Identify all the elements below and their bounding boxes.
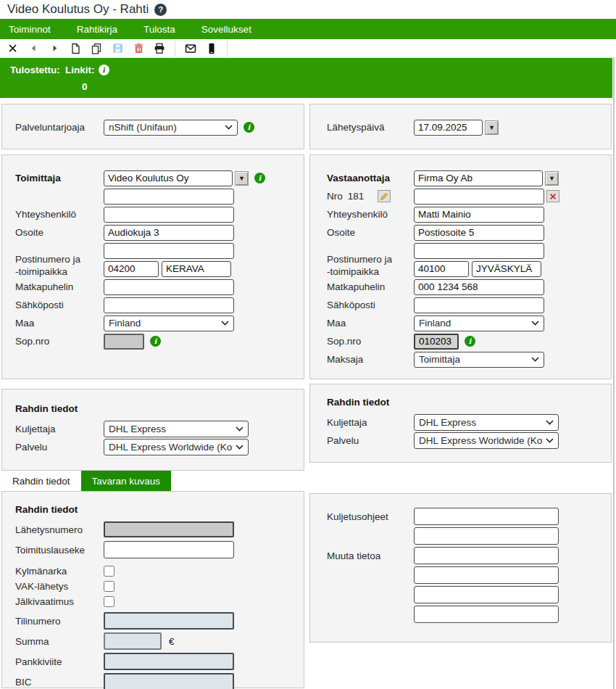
menu-toiminnot[interactable]: Toiminnot <box>9 24 51 35</box>
freight-sender-carrier-select[interactable]: DHL Express <box>104 421 249 437</box>
help-icon[interactable]: ? <box>154 4 167 16</box>
sender-contract-label: Sop.nro <box>15 336 104 347</box>
sender-zip-label: Postinumero ja -toimipaikka <box>15 242 104 278</box>
copy-button[interactable] <box>89 41 104 56</box>
freight-sender-service-label: Palvelu <box>15 442 104 453</box>
sender-city-input[interactable] <box>162 261 231 277</box>
other-info-input-1[interactable] <box>414 547 559 564</box>
sender-address-label: Osoite <box>15 227 104 238</box>
menu-rahtikirja[interactable]: Rahtikirja <box>77 24 117 35</box>
receiver-dropdown-button[interactable]: ▼ <box>545 171 559 186</box>
info-icon[interactable]: i <box>99 65 109 75</box>
provider-select[interactable]: nShift (Unifaun) <box>104 120 238 136</box>
other-info-input-2[interactable] <box>414 566 559 584</box>
chevron-down-icon <box>236 445 244 450</box>
bank-reference-label: Pankkiviite <box>15 656 104 667</box>
close-button[interactable] <box>5 41 20 56</box>
tab-rahdin-tiedot[interactable]: Rahdin tiedot <box>1 471 81 491</box>
receiver-address2-input[interactable] <box>414 243 544 259</box>
receiver-mobile-input[interactable] <box>414 279 544 295</box>
menu-tulosta[interactable]: Tulosta <box>143 24 175 35</box>
sender-email-input[interactable] <box>104 297 234 313</box>
vak-shipment-checkbox[interactable] <box>104 581 115 592</box>
bic-input <box>104 673 234 689</box>
sender-name-input[interactable] <box>104 170 233 186</box>
delete-button[interactable] <box>131 41 146 56</box>
chevron-down-icon <box>531 357 539 362</box>
receiver-address-input[interactable] <box>414 225 544 241</box>
receiver-contact-input[interactable] <box>414 207 544 223</box>
email-button[interactable] <box>183 41 198 56</box>
transport-instructions-input-1[interactable] <box>414 508 559 525</box>
save-button[interactable] <box>110 41 125 56</box>
sender-email-label: Sähköposti <box>15 300 104 310</box>
amount-input <box>104 632 162 650</box>
ship-date-input[interactable] <box>414 120 483 136</box>
receiver-name-input[interactable] <box>414 170 543 186</box>
info-icon[interactable]: i <box>150 336 161 347</box>
copy-icon <box>91 43 102 54</box>
notes-panel: Kuljetusohjeet Muuta tietoa <box>309 493 612 643</box>
cold-sensitive-checkbox[interactable] <box>104 566 115 577</box>
freight-sender-panel: Rahdin tiedot Kuljettaja DHL Express Pal… <box>1 389 304 471</box>
freight-receiver-carrier-select[interactable]: DHL Express <box>414 414 559 431</box>
sender-contact-input[interactable] <box>104 207 234 223</box>
shipment-no-label: Lähetysnumero <box>15 524 104 535</box>
menu-bar: Toiminnot Rahtikirja Tulosta Sovellukset <box>0 19 616 39</box>
edit-address-button[interactable] <box>378 190 391 202</box>
receiver-email-input[interactable] <box>414 297 544 313</box>
sender-country-select[interactable]: Finland <box>104 315 234 331</box>
incoterm-label: Toimituslauseke <box>15 545 104 556</box>
next-button[interactable] <box>47 41 62 56</box>
new-document-button[interactable] <box>68 41 83 56</box>
links-label: Linkit: <box>65 65 95 75</box>
receiver-email-label: Sähköposti <box>327 300 414 310</box>
freight-sender-service-select[interactable]: DHL Express Worldwide (Kotii <box>104 439 249 455</box>
menu-sovellukset[interactable]: Sovellukset <box>201 24 251 35</box>
freight-receiver-service-select[interactable]: DHL Express Worldwide (Kotii <box>414 432 559 449</box>
clear-receiver-button[interactable] <box>546 190 559 202</box>
receiver-nro-value: 181 <box>348 191 365 202</box>
info-icon[interactable]: i <box>244 122 254 133</box>
chevron-down-icon <box>546 420 554 425</box>
sender-mobile-input[interactable] <box>104 279 234 295</box>
sender-mobile-label: Matkapuhelin <box>15 281 104 292</box>
remove-x-icon <box>549 193 557 200</box>
tab-tavaran-kuvaus[interactable]: Tavaran kuvaus <box>81 471 172 491</box>
transport-instructions-input-2[interactable] <box>414 527 559 545</box>
print-button[interactable] <box>152 41 167 56</box>
date-dropdown-button[interactable]: ▼ <box>485 120 499 135</box>
info-icon[interactable]: i <box>254 173 265 183</box>
cod-checkbox[interactable] <box>104 596 115 607</box>
other-info-input-4[interactable] <box>414 606 559 623</box>
arrow-right-icon <box>50 44 59 53</box>
amount-label: Summa <box>15 636 104 647</box>
receiver-country-select[interactable]: Finland <box>414 315 544 331</box>
sender-address2-input[interactable] <box>104 243 234 259</box>
other-info-input-3[interactable] <box>414 586 559 603</box>
sender-name2-input[interactable] <box>104 189 234 205</box>
chevron-down-icon <box>546 438 554 443</box>
currency-label: € <box>169 636 175 647</box>
info-icon[interactable]: i <box>465 336 475 347</box>
mobile-button[interactable] <box>204 41 219 56</box>
receiver-zip-input[interactable] <box>414 261 469 277</box>
previous-button[interactable] <box>26 41 41 56</box>
incoterm-input[interactable] <box>104 541 234 558</box>
toolbar-separator <box>227 41 228 57</box>
receiver-city-input[interactable] <box>472 261 541 277</box>
trash-icon <box>133 43 144 54</box>
toolbar-separator <box>175 41 175 57</box>
chevron-down-icon <box>236 426 244 432</box>
cold-sensitive-label: Kylmänarka <box>15 566 104 577</box>
receiver-panel: Vastaanottaja ▼ Nro 181 Yhteyshenkilö Os… <box>309 154 612 379</box>
sender-address-input[interactable] <box>104 225 234 241</box>
new-document-icon <box>70 43 81 54</box>
sender-zip-input[interactable] <box>104 261 159 277</box>
receiver-name2-input[interactable] <box>414 189 544 205</box>
receiver-payer-select[interactable]: Toimittaja <box>414 352 544 368</box>
envelope-icon <box>185 43 196 54</box>
bic-label: BIC <box>15 677 104 688</box>
sender-dropdown-button[interactable]: ▼ <box>235 171 249 186</box>
vertical-divider <box>613 58 615 689</box>
